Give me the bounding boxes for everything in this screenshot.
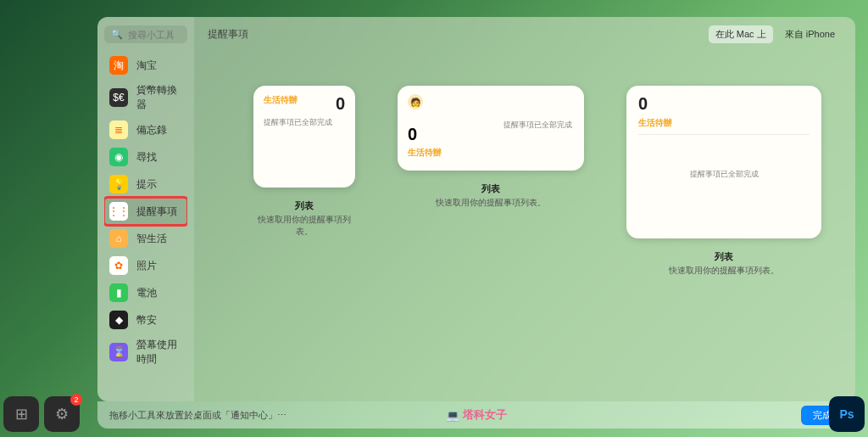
sidebar-item-5[interactable]: ⋮⋮提醒事項 — [104, 198, 187, 225]
app-icon: ◆ — [109, 311, 128, 329]
watermark: 💻 塔科女子 — [446, 407, 507, 423]
widget-med-name: 生活待辦 — [408, 147, 442, 159]
sidebar-item-label: 貨幣轉換器 — [136, 83, 182, 112]
widget-med-count: 0 — [408, 125, 417, 144]
sidebar: 🔍 淘淘宝$€貨幣轉換器≣備忘錄◉尋找💡提示⋮⋮提醒事項⌂智生活✿照片▮電池◆幣… — [97, 17, 194, 401]
widget-medium[interactable]: 🧑 提醒事項已全部完成 0 生活待辦 — [398, 86, 584, 171]
widget-large-col: 0 生活待辦 提醒事項已全部完成 列表 快速取用你的提醒事項列表。 — [626, 86, 821, 277]
sidebar-item-4[interactable]: 💡提示 — [104, 171, 187, 198]
main-panel: 提醒事項 在此 Mac 上 來自 iPhone 生活待辦 0 提醒事項已全部完成… — [194, 17, 855, 401]
settings-badge: 2 — [70, 394, 82, 406]
widget-editor-window: 🔍 淘淘宝$€貨幣轉換器≣備忘錄◉尋找💡提示⋮⋮提醒事項⌂智生活✿照片▮電池◆幣… — [97, 17, 855, 401]
widget-list-name: 生活待辦 — [264, 94, 298, 106]
sidebar-item-label: 電池 — [136, 286, 157, 300]
widget-grid: 生活待辦 0 提醒事項已全部完成 列表 快速取用你的提醒事項列表。 🧑 提醒事項… — [194, 52, 855, 401]
segment-iphone[interactable]: 來自 iPhone — [778, 25, 842, 43]
app-icon: ⌛ — [109, 343, 128, 361]
main-title: 提醒事項 — [208, 27, 248, 42]
sidebar-item-6[interactable]: ⌂智生活 — [104, 225, 187, 252]
widget-small-label: 列表 — [295, 199, 314, 212]
app-icon: ≣ — [109, 120, 128, 139]
dock-right: Ps — [829, 396, 865, 432]
widget-count: 0 — [336, 94, 345, 114]
widget-large-note: 提醒事項已全部完成 — [638, 169, 810, 180]
sidebar-item-label: 螢幕使用時間 — [136, 338, 182, 367]
sidebar-item-label: 提示 — [136, 177, 157, 192]
dock-left: ⊞ ⚙ 2 — [3, 396, 80, 432]
widget-small-col: 生活待辦 0 提醒事項已全部完成 列表 快速取用你的提醒事項列表。 — [253, 86, 355, 238]
dock-launchpad-icon[interactable]: ⊞ — [3, 396, 39, 432]
widget-large-label: 列表 — [715, 250, 733, 263]
widget-med-note: 提醒事項已全部完成 — [504, 120, 572, 131]
widget-note: 提醒事項已全部完成 — [264, 117, 345, 128]
sidebar-item-3[interactable]: ◉尋找 — [104, 143, 187, 171]
watermark-icon: 💻 — [446, 409, 459, 422]
sidebar-item-1[interactable]: $€貨幣轉換器 — [104, 79, 187, 116]
list-avatar-icon: 🧑 — [408, 94, 423, 109]
app-icon: ⌂ — [109, 229, 128, 248]
widget-large-name: 生活待辦 — [638, 118, 672, 127]
footer-bar: 拖移小工具來放置於桌面或「通知中心」⋯ 💻 塔科女子 完成 — [97, 401, 855, 429]
search-box[interactable]: 🔍 — [104, 25, 187, 43]
widget-large-sub: 快速取用你的提醒事項列表。 — [669, 265, 779, 277]
app-icon: ◉ — [109, 148, 128, 166]
sidebar-item-0[interactable]: 淘淘宝 — [104, 52, 187, 79]
search-icon: 🔍 — [111, 29, 123, 40]
widget-medium-col: 🧑 提醒事項已全部完成 0 生活待辦 列表 快速取用你的提醒事項列表。 — [398, 86, 584, 209]
app-icon: ✿ — [109, 256, 128, 275]
dock-photoshop-icon[interactable]: Ps — [829, 396, 865, 432]
sidebar-list: 淘淘宝$€貨幣轉換器≣備忘錄◉尋找💡提示⋮⋮提醒事項⌂智生活✿照片▮電池◆幣安⌛… — [104, 52, 187, 401]
sidebar-item-9[interactable]: ◆幣安 — [104, 306, 187, 333]
widget-small[interactable]: 生活待辦 0 提醒事項已全部完成 — [253, 86, 355, 188]
segment-mac[interactable]: 在此 Mac 上 — [709, 25, 773, 43]
sidebar-item-label: 淘宝 — [136, 59, 157, 73]
widget-medium-sub: 快速取用你的提醒事項列表。 — [436, 197, 546, 209]
dock-settings-icon[interactable]: ⚙ 2 — [44, 396, 80, 432]
app-icon: ▮ — [109, 283, 128, 302]
sidebar-item-label: 尋找 — [136, 150, 157, 165]
main-header: 提醒事項 在此 Mac 上 來自 iPhone — [194, 17, 855, 52]
sidebar-item-label: 提醒事項 — [136, 204, 177, 219]
sidebar-item-2[interactable]: ≣備忘錄 — [104, 116, 187, 143]
app-icon: 淘 — [109, 56, 128, 75]
widget-medium-label: 列表 — [481, 182, 500, 195]
search-input[interactable] — [128, 30, 181, 40]
app-icon: $€ — [109, 88, 128, 107]
widget-large-count: 0 — [638, 94, 648, 114]
widget-large[interactable]: 0 生活待辦 提醒事項已全部完成 — [626, 86, 821, 238]
sidebar-item-label: 備忘錄 — [136, 123, 167, 137]
watermark-text: 塔科女子 — [463, 407, 507, 423]
footer-hint: 拖移小工具來放置於桌面或「通知中心」⋯ — [109, 409, 287, 422]
app-icon: 💡 — [109, 175, 128, 193]
sidebar-item-label: 幣安 — [136, 313, 157, 328]
sidebar-item-8[interactable]: ▮電池 — [104, 279, 187, 306]
sidebar-item-7[interactable]: ✿照片 — [104, 252, 187, 279]
source-segment: 在此 Mac 上 來自 iPhone — [709, 25, 842, 43]
sidebar-item-10[interactable]: ⌛螢幕使用時間 — [104, 333, 187, 371]
widget-small-sub: 快速取用你的提醒事項列表。 — [253, 214, 355, 238]
sidebar-item-label: 智生活 — [136, 232, 167, 246]
app-icon: ⋮⋮ — [109, 202, 128, 221]
sidebar-item-label: 照片 — [136, 259, 157, 273]
